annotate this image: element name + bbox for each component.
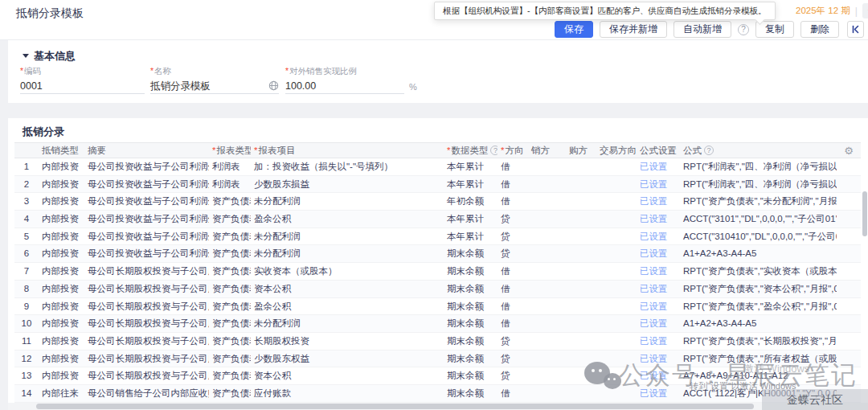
cell-buyer[interactable] xyxy=(566,385,596,402)
cell-report_item[interactable]: 应付账款 xyxy=(251,385,444,402)
first-record-button[interactable] xyxy=(847,21,864,38)
cell-formula[interactable]: ACCT("310410","DL",0,0,0,"","子公司01") xyxy=(680,228,837,245)
cell-type[interactable]: 内部投资 xyxy=(39,351,84,367)
formula-set-link[interactable]: 已设置 xyxy=(640,162,668,171)
cell-formula_set[interactable]: 已设置 xyxy=(637,193,680,210)
cell-trade_dir[interactable] xyxy=(596,281,637,297)
cell-direction[interactable]: 借 xyxy=(497,385,528,402)
cell-direction[interactable]: 贷 xyxy=(497,333,528,350)
cell-buyer[interactable] xyxy=(566,228,596,245)
cell-type[interactable]: 内部投资 xyxy=(39,315,84,332)
delete-button[interactable]: 删除 xyxy=(800,21,839,38)
cell-direction[interactable]: 借 xyxy=(497,315,528,332)
cell-formula_set[interactable]: 已设置 xyxy=(637,211,680,228)
cell-report_item[interactable]: 盈余公积 xyxy=(251,298,444,315)
cell-trade_dir[interactable] xyxy=(596,351,637,367)
formula-set-link[interactable]: 已设置 xyxy=(640,284,668,293)
cell-buyer[interactable] xyxy=(566,211,596,228)
cell-trade_dir[interactable] xyxy=(596,298,637,315)
cell-data_type[interactable]: 本年累计 xyxy=(444,176,497,193)
cell-formula[interactable]: RPT("利润表","四、净利润（净亏损以 "-" 号填列）","月报", xyxy=(680,158,837,175)
cell-report_type[interactable]: 资产负债表 xyxy=(209,228,251,245)
cell-formula[interactable]: ACCT("1122|客户|KH00001","Y",0,0,0,"","母公司… xyxy=(680,385,837,402)
cell-formula_set[interactable]: 已设置 xyxy=(637,245,680,262)
cell-direction[interactable]: 借 xyxy=(497,263,528,280)
table-settings-gear-icon[interactable]: ⚙ xyxy=(844,145,854,157)
cell-summary[interactable]: 母公司投资收益与子公司利润分配的抵销... xyxy=(84,245,209,262)
cell-trade_dir[interactable] xyxy=(596,333,637,350)
cell-type[interactable]: 内部投资 xyxy=(39,263,84,280)
cell-seller[interactable] xyxy=(528,193,566,210)
cell-summary[interactable]: 母公司长期股权投资与子公司所有者权益... xyxy=(84,351,209,367)
formula-set-link[interactable]: 已设置 xyxy=(640,214,668,223)
cell-report_item[interactable]: 资本公积 xyxy=(251,281,444,297)
cell-data_type[interactable]: 期末余额 xyxy=(444,351,497,367)
org-selector[interactable]: 母公司 xyxy=(862,3,868,18)
cell-report_item[interactable]: 未分配利润 xyxy=(251,315,444,332)
cell-buyer[interactable] xyxy=(566,158,596,175)
cell-formula_set[interactable]: 已设置 xyxy=(637,367,680,384)
cell-type[interactable]: 内部投资 xyxy=(39,211,84,228)
formula-set-link[interactable]: 已设置 xyxy=(640,266,668,276)
cell-report_type[interactable]: 资产负债表 xyxy=(209,245,251,262)
formula-set-link[interactable]: 已设置 xyxy=(640,388,668,398)
cell-formula[interactable]: RPT("利润表","四、净利润（净亏损以 "-" 号填列）","月报", xyxy=(680,176,837,193)
cell-seller[interactable] xyxy=(528,263,566,280)
cell-summary[interactable]: 母公司长期股权投资与子公司所有者权益... xyxy=(84,281,209,297)
cell-report_item[interactable]: 资本公积 xyxy=(251,367,444,384)
cell-data_type[interactable]: 本年累计 xyxy=(444,211,497,228)
cell-summary[interactable]: 母公司长期股权投资与子公司所有者权益... xyxy=(84,298,209,315)
cell-seller[interactable] xyxy=(528,158,566,175)
cell-formula[interactable]: RPT("资产负债表","资本公积","月报",0,0,"期末","子公司01"… xyxy=(680,281,837,297)
table-row[interactable]: 5内部投资母公司投资收益与子公司利润分配的抵销...资产负债表未分配利润本年累计… xyxy=(14,228,861,246)
cell-formula_set[interactable]: 已设置 xyxy=(637,385,680,402)
cell-formula[interactable]: A1+A2+A3-A4-A5 xyxy=(680,245,837,262)
cell-report_item[interactable]: 盈余公积 xyxy=(251,211,444,228)
table-row[interactable]: 1内部投资母公司投资收益与子公司利润分配的抵销...利润表加：投资收益（损失以"… xyxy=(14,158,861,176)
cell-report_type[interactable]: 资产负债表 xyxy=(209,263,251,280)
cell-type[interactable]: 内部投资 xyxy=(39,298,84,315)
cell-trade_dir[interactable] xyxy=(596,245,637,262)
formula-set-link[interactable]: 已设置 xyxy=(640,232,668,241)
table-row[interactable]: 4内部投资母公司投资收益与子公司利润分配的抵销...资产负债表盈余公积本年累计贷… xyxy=(14,211,861,228)
cell-type[interactable]: 内部投资 xyxy=(39,176,84,193)
cell-report_type[interactable]: 利润表 xyxy=(209,158,251,175)
cell-report_type[interactable]: 资产负债表 xyxy=(209,385,251,402)
cell-buyer[interactable] xyxy=(566,315,596,332)
cell-type[interactable]: 内部投资 xyxy=(39,333,84,350)
cell-report_item[interactable]: 未分配利润 xyxy=(251,228,444,245)
cell-report_item[interactable]: 实收资本（或股本） xyxy=(251,263,444,280)
cell-data_type[interactable]: 期末余额 xyxy=(444,385,497,402)
cell-formula_set[interactable]: 已设置 xyxy=(637,263,680,280)
cell-report_item[interactable]: 少数股东权益 xyxy=(251,351,444,367)
cell-report_type[interactable]: 资产负债表 xyxy=(209,351,251,367)
table-row[interactable]: 6内部投资母公司投资收益与子公司利润分配的抵销...资产负债表未分配利润期末余额… xyxy=(14,245,861,263)
cell-trade_dir[interactable] xyxy=(596,385,637,402)
cell-summary[interactable]: 母公司长期股权投资与子公司所有者权益... xyxy=(84,367,209,384)
cell-formula[interactable]: RPT("资产负债表","长期股权投资","月报",0,0,"期末","母公司" xyxy=(680,333,837,350)
cell-formula[interactable]: A7+A8+A9+A10-A11-A12 xyxy=(680,367,837,384)
cell-formula_set[interactable]: 已设置 xyxy=(637,351,680,367)
cell-data_type[interactable]: 期末余额 xyxy=(444,315,497,332)
cell-direction[interactable]: 借 xyxy=(497,176,528,193)
formula-set-link[interactable]: 已设置 xyxy=(640,301,668,311)
cell-report_type[interactable]: 资产负债表 xyxy=(209,298,251,315)
cell-report_item[interactable]: 少数股东损益 xyxy=(251,176,444,193)
cell-seller[interactable] xyxy=(528,298,566,315)
cell-formula[interactable]: RPT("资产负债表","实收资本（或股本）","月报",0,0,"期末","子 xyxy=(680,263,837,280)
cell-data_type[interactable]: 期末余额 xyxy=(444,281,497,297)
cell-seller[interactable] xyxy=(528,333,566,350)
cell-data_type[interactable]: 期末余额 xyxy=(444,245,497,262)
cell-data_type[interactable]: 期末余额 xyxy=(444,333,497,350)
table-row[interactable]: 11内部投资母公司长期股权投资与子公司所有者权益...资产负债表长期股权投资期末… xyxy=(14,333,861,351)
cell-report_type[interactable]: 资产负债表 xyxy=(209,193,251,210)
cell-seller[interactable] xyxy=(528,228,566,245)
cell-trade_dir[interactable] xyxy=(596,176,637,193)
cell-direction[interactable]: 借 xyxy=(497,158,528,175)
cell-type[interactable]: 内部投资 xyxy=(39,281,84,297)
external-sale-ratio-input[interactable]: 100.00 xyxy=(285,79,404,94)
cell-buyer[interactable] xyxy=(566,176,596,193)
cell-direction[interactable]: 贷 xyxy=(497,245,528,262)
cell-formula_set[interactable]: 已设置 xyxy=(637,298,680,315)
cell-buyer[interactable] xyxy=(566,281,596,297)
